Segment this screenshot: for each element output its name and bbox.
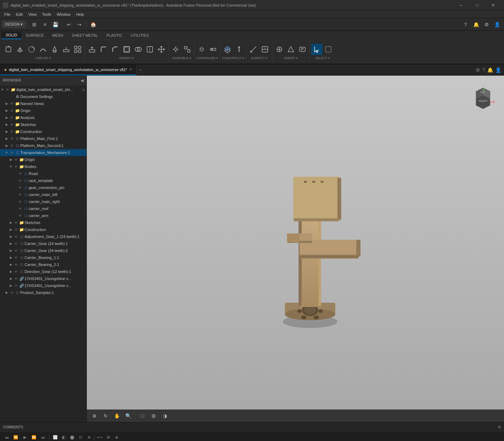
tree-arrow-gear-pin[interactable] [13,185,18,190]
viewport-fit-icon[interactable]: ⊕ [90,411,99,421]
tree-eye-origin[interactable]: 👁 [9,108,15,113]
tree-eye-road[interactable]: 👁 [18,171,23,176]
user-icon[interactable]: 👤 [492,20,502,29]
tree-item-carrier-roof[interactable]: 👁□carrier_roof [0,205,86,212]
offset-plane-icon[interactable] [222,44,233,55]
menu-item[interactable]: Tools [39,12,54,17]
move-icon[interactable] [156,44,167,55]
tree-arrow-carrier-gear2[interactable]: ▶ [8,248,13,253]
playback-play-icon[interactable]: ▶ [21,434,29,441]
tree-arrow-direction-gear[interactable]: ▶ [8,269,13,274]
tree-arrow-sketches2[interactable]: ▶ [8,220,13,225]
menu-item[interactable]: Help [73,12,87,17]
tree-settings-root[interactable]: ⚙ [82,88,85,92]
tree-eye-construction2[interactable]: 👁 [13,227,19,232]
add-tab-button[interactable]: + [136,64,144,75]
active-tab[interactable]: ● digital_twin_enabled_smart_shipping_wo… [0,64,136,75]
tree-item-direction-gear[interactable]: ▶👁□Direction_Gear (12 teeth):1 [0,268,86,275]
combine-icon[interactable] [133,44,144,55]
tree-item-carrier-bearing2[interactable]: ▶👁□Carrier_Bearing_2:1 [0,261,86,268]
tree-eye-carrier-gear2[interactable]: 👁 [13,248,19,253]
tree-item-construction[interactable]: ▶👁📁Construction [0,128,86,135]
tree-arrow-platform-main-first[interactable]: ▶ [4,136,9,141]
tree-eye-platform-main-second[interactable]: 👁 [9,143,15,148]
viewport-shading-icon[interactable]: ◑ [160,411,170,421]
tree-eye-carrier-bearing2[interactable]: 👁 [13,262,19,267]
revolve-icon[interactable] [26,44,37,55]
tab-settings-icon[interactable]: ⚙ [476,67,480,73]
grid-icon[interactable]: ⊞ [29,20,39,29]
view-cube[interactable]: RIGHT TOP X Y [469,83,497,111]
configure-icon2[interactable] [208,44,219,55]
tree-eye-transport-mech[interactable]: 👁 [9,150,15,155]
shell-icon[interactable] [121,44,132,55]
tree-eye-17hs1[interactable]: 👁 [13,276,19,281]
save-icon[interactable]: 💾 [50,20,60,29]
tree-item-platform-main-first[interactable]: ▶👁□Platform_Main_First:1 [0,135,86,142]
insert-mesh-icon[interactable] [285,44,296,55]
tool-icon-3[interactable]: ⬤ [68,434,76,441]
tree-arrow-root[interactable]: ▼ [0,87,5,92]
tree-item-origin2[interactable]: ▶👁📁Origin [0,156,86,163]
configure-icon1[interactable] [196,44,207,55]
tab-utilities[interactable]: UTILITIES [127,32,153,39]
tree-item-carrier-main-left[interactable]: 👁□carrier_main_left [0,191,86,198]
axis-icon[interactable] [233,44,245,55]
tree-item-analysis[interactable]: ▶👁📁Analysis [0,114,86,121]
new-body-icon[interactable] [3,44,14,55]
tab-surface[interactable]: SURFACE [21,32,48,39]
tree-eye-carrier-roof[interactable]: 👁 [18,206,23,211]
playback-next-icon[interactable]: ⏭ [39,434,47,441]
redo-icon[interactable]: ↪ [75,20,84,29]
fillet-icon[interactable] [98,44,109,55]
tab-sheet-metal[interactable]: SHEET METAL [68,32,102,39]
tree-arrow-road[interactable] [13,171,18,176]
tree-item-adj-gear[interactable]: ▶👁□Adjustment_Gear_1 (24 teeth):1 [0,233,86,240]
tree-item-doc-settings[interactable]: 👁⚙Document Settings [0,93,86,100]
tree-eye-direction-gear[interactable]: 👁 [13,269,19,274]
as-built-joint-icon[interactable] [182,44,193,55]
tree-eye-carrier-main-left[interactable]: 👁 [18,192,23,197]
tab-close-icon[interactable]: ✕ [129,68,132,71]
insert-derive-icon[interactable] [274,44,285,55]
viewport-grid-icon[interactable]: ⊞ [149,411,159,421]
viewport-zoom-icon[interactable]: 🔍 [123,411,133,421]
tree-arrow-carrier-main-left[interactable] [13,192,18,197]
tab-plastic[interactable]: PLASTIC [102,32,127,39]
tree-item-rack-template[interactable]: 👁□rack_template [0,177,86,184]
tool-icon-4[interactable]: ⊡ [77,434,84,441]
section-analysis-icon[interactable] [259,44,271,55]
tree-item-carrier-bearing1[interactable]: ▶👁□Carrier_Bearing_1:1 [0,254,86,261]
browser-collapse-icon[interactable]: ◀ [80,78,84,83]
tree-item-product-samples[interactable]: ▶👁□Product_Samples:1 [0,289,86,296]
tree-item-origin[interactable]: ▶👁📁Origin [0,107,86,114]
tree-item-transport-mech[interactable]: ▼👁□Transportation_Mechanism:1 [0,149,86,156]
loft-icon[interactable] [49,44,60,55]
chamfer-icon[interactable] [110,44,121,55]
tool-icon-6[interactable]: ⟷ [96,434,104,441]
tree-item-sketches2[interactable]: ▶👁📁Sketches [0,219,86,226]
close-button[interactable]: ✕ [485,0,501,10]
tree-arrow-analysis[interactable]: ▶ [4,115,9,120]
tree-arrow-construction[interactable]: ▶ [4,129,9,134]
tree-eye-analysis[interactable]: 👁 [9,115,15,120]
tree-eye-17hs2[interactable]: 👁 [13,283,19,288]
tree-eye-rack-template[interactable]: 👁 [18,178,23,183]
pattern-icon[interactable] [72,44,83,55]
tree-eye-construction[interactable]: 👁 [9,129,15,134]
tree-item-platform-main-second[interactable]: ▶👁□Platform_Main_Second:1 [0,142,86,149]
menu-icon[interactable]: ≡ [40,20,50,29]
tree-arrow-carrier-main-right[interactable] [13,199,18,204]
tree-item-root[interactable]: ▼👁📁digital_twin_enabled_smart_shi...⚙ [0,86,86,93]
notification-icon[interactable]: 🔔 [471,20,481,29]
tree-arrow-carrier-arm[interactable] [13,213,18,218]
tree-item-carrier-gear1[interactable]: ▶👁□Carrier_Gear (24 teeth):1 [0,240,86,247]
settings-icon[interactable]: ⚙ [482,20,491,29]
tree-eye-carrier-bearing1[interactable]: 👁 [13,255,19,260]
home-icon[interactable]: 🏠 [88,20,98,29]
tree-arrow-origin2[interactable]: ▶ [8,157,13,162]
tree-item-17hs2[interactable]: ▶👁🔗17HS3401_Usongshine v... [0,282,86,289]
split-icon[interactable] [144,44,155,55]
press-pull-icon[interactable] [86,44,98,55]
tool-icon-1[interactable]: ⬜ [51,434,59,441]
